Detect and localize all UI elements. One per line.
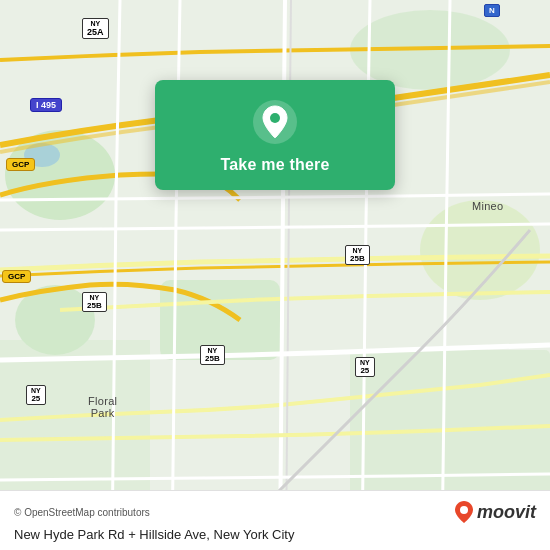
- svg-point-11: [460, 506, 468, 514]
- map-container: NY NY 25A25A I 495 GCP GCP NY25B NY25B N…: [0, 0, 550, 550]
- take-me-there-button[interactable]: Take me there: [220, 156, 329, 174]
- place-label-floral-park: FloralPark: [88, 395, 117, 419]
- badge-ny25-1: NY25: [26, 385, 46, 405]
- map-attribution: © OpenStreetMap contributors: [14, 507, 150, 518]
- badge-i495: I 495: [30, 98, 62, 112]
- badge-ny25a: NY NY 25A25A: [82, 18, 109, 39]
- badge-ny25b2: NY25B: [82, 292, 107, 312]
- location-pin-icon: [251, 98, 299, 146]
- svg-point-10: [270, 113, 280, 123]
- moovit-pin-icon: [455, 501, 473, 523]
- badge-ny25b1: NY25B: [345, 245, 370, 265]
- badge-gcp1: GCP: [6, 158, 35, 171]
- badge-gcp2: GCP: [2, 270, 31, 283]
- location-card: Take me there: [155, 80, 395, 190]
- bottom-bar: © OpenStreetMap contributors moovit New …: [0, 490, 550, 550]
- badge-ny25b3: NY25B: [200, 345, 225, 365]
- location-label: New Hyde Park Rd + Hillside Ave, New Yor…: [14, 527, 536, 542]
- moovit-logo: moovit: [455, 501, 536, 523]
- badge-n: N: [484, 4, 500, 17]
- moovit-brand-text: moovit: [477, 502, 536, 523]
- badge-ny25-2: NY25: [355, 357, 375, 377]
- place-label-mineola: Mineo: [472, 200, 503, 212]
